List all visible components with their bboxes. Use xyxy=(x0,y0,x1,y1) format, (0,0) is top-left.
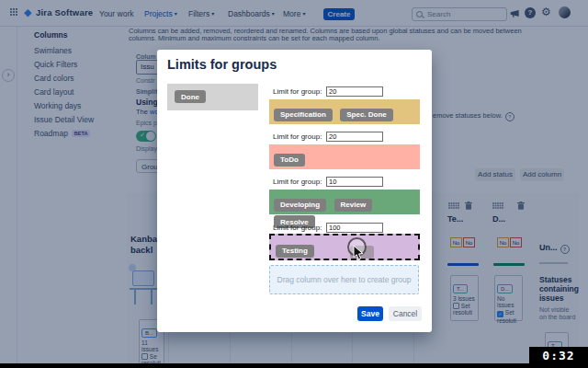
status-chip[interactable]: Developing xyxy=(274,199,326,212)
limit-input[interactable] xyxy=(326,86,383,97)
group-done[interactable]: Done xyxy=(167,84,258,110)
group-todo[interactable]: ToDo xyxy=(269,144,420,169)
limit-input[interactable] xyxy=(326,132,383,142)
screen: ◆ Jira Software Your work Projects▾ Filt… xyxy=(0,0,588,368)
status-chip[interactable]: Review xyxy=(334,199,373,212)
status-chip[interactable]: Spec. Done xyxy=(340,109,393,121)
status-chip[interactable]: Specification xyxy=(274,109,333,121)
group-developing[interactable]: Developing Review Resolve xyxy=(269,190,420,214)
limit-label: Limit for group: xyxy=(273,132,322,142)
limit-input[interactable] xyxy=(326,223,383,233)
limits-for-groups-modal: Limits for groups Done Limit for group: … xyxy=(157,50,432,332)
save-button[interactable]: Save xyxy=(357,306,383,321)
limit-label: Limit for group: xyxy=(273,177,322,187)
limit-input[interactable] xyxy=(326,177,383,187)
group-testing-drop-target[interactable]: Testing xyxy=(269,234,420,260)
status-chip[interactable]: ToDo xyxy=(274,154,305,167)
cancel-button[interactable]: Cancel xyxy=(389,306,422,321)
limit-label: Limit for group: xyxy=(273,223,322,233)
create-group-drop-zone[interactable]: Drag column over here to create group xyxy=(269,265,419,294)
status-chip[interactable]: Testing xyxy=(276,245,314,258)
modal-title: Limits for groups xyxy=(167,57,277,72)
video-timestamp: 0:32 xyxy=(529,347,588,364)
limit-label: Limit for group: xyxy=(273,86,322,97)
group-specification[interactable]: Specification Spec. Done xyxy=(269,99,420,124)
cursor-pointer-icon xyxy=(353,245,365,261)
video-bottom-bar xyxy=(0,363,588,368)
status-chip-done[interactable]: Done xyxy=(175,90,206,103)
